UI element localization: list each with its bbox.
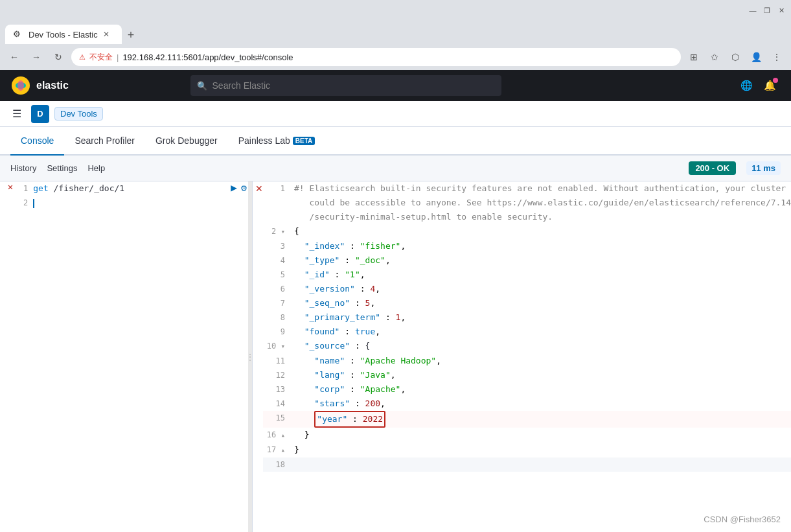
resp-linenum-2: 2 ▾ [263, 224, 292, 239]
help-btn[interactable]: Help [87, 163, 105, 173]
search-icon: 🔍 [197, 81, 207, 91]
resp-line-5: 5 "_id" : "1", [263, 268, 791, 282]
time-badge: 11 ms [746, 161, 781, 175]
resp-linecontent-5: "_id" : "1", [292, 268, 791, 282]
line-number-1: 1 [23, 181, 30, 196]
elastic-logo[interactable]: elastic [10, 75, 69, 96]
resp-linecontent-6: "_version" : 4, [292, 282, 791, 296]
globe-btn[interactable]: 🌐 [737, 75, 757, 96]
resp-linenum-3: 3 [263, 239, 292, 253]
menu-btn[interactable]: ⋮ [768, 48, 786, 66]
notif-badge [773, 78, 778, 83]
resp-linenum-8: 8 [263, 310, 292, 325]
response-header: ✕ 1 #! Elasticsearch built-in security f… [253, 181, 791, 472]
resp-linecontent-11: "name" : "Apache Hadoop", [292, 354, 791, 368]
resp-linecontent-16: } [292, 428, 791, 442]
resp-line-cont2: /security-minimal-setup.html to enable s… [263, 210, 791, 224]
watermark: CSDN @Fisher3652 [704, 515, 781, 524]
collapse-17[interactable]: ▴ [281, 446, 285, 454]
resp-linenum-6: 6 [263, 282, 292, 296]
hamburger-btn[interactable]: ☰ [8, 105, 26, 123]
resp-linecontent-2: { [292, 224, 791, 238]
resp-linecontent-13: "corp" : "Apache", [292, 382, 791, 397]
resp-line-18: 18 [263, 457, 791, 472]
minimize-btn[interactable]: — [748, 6, 757, 15]
back-btn[interactable]: ← [5, 48, 23, 66]
collapse-2[interactable]: ▾ [281, 227, 285, 236]
bookmark-btn[interactable]: ✩ [705, 48, 724, 66]
top-nav: elastic 🔍 🌐 🔔 [0, 70, 791, 101]
resp-linecontent-c2: /security-minimal-setup.html to enable s… [292, 210, 791, 224]
bell-btn[interactable]: 🔔 [760, 75, 781, 96]
tab-bar: ⚙ Dev Tools - Elastic ✕ + [0, 21, 791, 44]
run-btn[interactable]: ▶ [231, 181, 237, 194]
resp-linecontent-17: } [292, 443, 791, 457]
beta-badge: BETA [293, 137, 315, 145]
tab-title: Dev Tools - Elastic [29, 30, 98, 40]
resp-linenum-7: 7 [263, 296, 292, 310]
line-content-2 [30, 196, 252, 210]
tabs-row: Console Search Profiler Grok Debugger Pa… [0, 127, 791, 156]
left-panel: ✕ 1 get /fisher/_doc/1 ▶ ⚙ 2 [0, 181, 253, 532]
browser-chrome: — ❐ ✕ ⚙ Dev Tools - Elastic ✕ + ← → ↻ ⚠ … [0, 0, 791, 70]
resp-line-2: 2 ▾ { [263, 224, 791, 239]
resp-line-9: 9 "found" : true, [263, 325, 791, 339]
profile-btn[interactable]: 👤 [747, 48, 765, 66]
refresh-btn[interactable]: ↻ [49, 48, 67, 66]
security-icon: ⚠ [79, 53, 86, 62]
svg-point-2 [17, 80, 24, 91]
editor-line-2: 2 [0, 196, 252, 210]
tab-console[interactable]: Console [10, 127, 64, 156]
resp-line-8: 8 "_primary_term" : 1, [263, 310, 791, 325]
search-input-wrap[interactable]: 🔍 [190, 75, 501, 96]
resp-linecontent-12: "lang" : "Java", [292, 368, 791, 382]
address-bar[interactable]: ⚠ 不安全 | 192.168.42.111:5601/app/dev_tool… [71, 48, 681, 66]
resp-linecontent-4: "_type" : "_doc", [292, 253, 791, 268]
maximize-btn[interactable]: ❐ [762, 6, 772, 15]
resp-linenum-14: 14 [263, 397, 292, 411]
translate-btn[interactable]: ⊞ [685, 48, 703, 66]
resp-linenum-16: 16 ▴ [263, 428, 292, 443]
keyword-get: get [33, 183, 48, 193]
new-tab-btn[interactable]: + [122, 26, 140, 44]
elastic-logo-icon [10, 75, 31, 96]
resp-line-1: 1 #! Elasticsearch built-in security fea… [263, 181, 791, 196]
tab-search-profiler[interactable]: Search Profiler [64, 127, 145, 156]
sub-nav: ☰ D Dev Tools [0, 101, 791, 127]
drag-handle[interactable]: ⋮ [248, 181, 252, 532]
resp-linenum-11: 11 [263, 354, 292, 368]
collapse-16[interactable]: ▴ [281, 431, 285, 439]
error-marker[interactable]: ✕ [4, 181, 17, 192]
tab-painless-lab[interactable]: Painless Lab BETA [228, 127, 326, 156]
tools-btn[interactable]: ⚙ [241, 182, 247, 194]
status-badge: 200 - OK [689, 161, 736, 175]
browser-tab[interactable]: ⚙ Dev Tools - Elastic ✕ [5, 25, 122, 44]
close-btn[interactable]: ✕ [777, 6, 786, 15]
resp-line-15: 15 "year" : 2022 [263, 411, 791, 428]
tab-favicon: ⚙ [13, 29, 23, 40]
history-btn[interactable]: History [10, 163, 36, 173]
resp-linenum-10: 10 ▾ [263, 339, 292, 354]
tab-close-btn[interactable]: ✕ [103, 30, 109, 39]
settings-btn[interactable]: Settings [47, 163, 77, 173]
address-text: 192.168.42.111:5601/app/dev_tools#/conso… [122, 52, 293, 62]
forward-btn[interactable]: → [27, 48, 45, 66]
response-close-btn[interactable]: ✕ [255, 183, 263, 194]
resp-linecontent-14: "stars" : 200, [292, 397, 791, 411]
elastic-logo-text: elastic [36, 80, 69, 91]
resp-line-4: 4 "_type" : "_doc", [263, 253, 791, 268]
tab-grok-debugger[interactable]: Grok Debugger [145, 127, 228, 156]
resp-linenum-13: 13 [263, 382, 292, 397]
extensions-btn[interactable]: ⬡ [726, 48, 744, 66]
user-avatar[interactable]: D [31, 105, 49, 123]
resp-linecontent-c1: could be accessible to anyone. See https… [292, 196, 791, 210]
code-editor[interactable]: ✕ 1 get /fisher/_doc/1 ▶ ⚙ 2 [0, 181, 252, 532]
toolbar: History Settings Help 200 - OK 11 ms [0, 156, 791, 181]
resp-linenum-1: 1 [263, 181, 292, 196]
search-bar[interactable]: 🔍 [190, 75, 501, 96]
window-controls[interactable]: — ❐ ✕ [748, 6, 786, 15]
address-bar-row: ← → ↻ ⚠ 不安全 | 192.168.42.111:5601/app/de… [0, 44, 791, 70]
search-input[interactable] [212, 80, 495, 91]
dev-tools-badge[interactable]: Dev Tools [54, 107, 103, 121]
collapse-10[interactable]: ▾ [281, 342, 285, 351]
